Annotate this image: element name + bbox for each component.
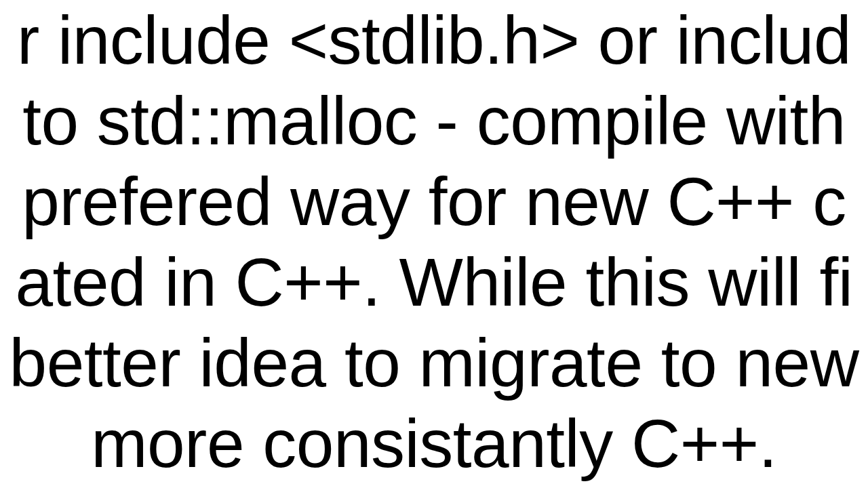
text-line-1: r include <stdlib.h> or includ (0, 0, 868, 81)
text-line-3: prefered way for new C++ c (0, 161, 868, 242)
text-line-2: to std::malloc - compile with (0, 81, 868, 161)
text-line-6: more consistantly C++. (0, 403, 868, 484)
cropped-text-block: r include <stdlib.h> or includ to std::m… (0, 0, 868, 488)
text-line-4: ated in C++. While this will fi (0, 242, 868, 323)
text-line-5: better idea to migrate to new (0, 323, 868, 403)
